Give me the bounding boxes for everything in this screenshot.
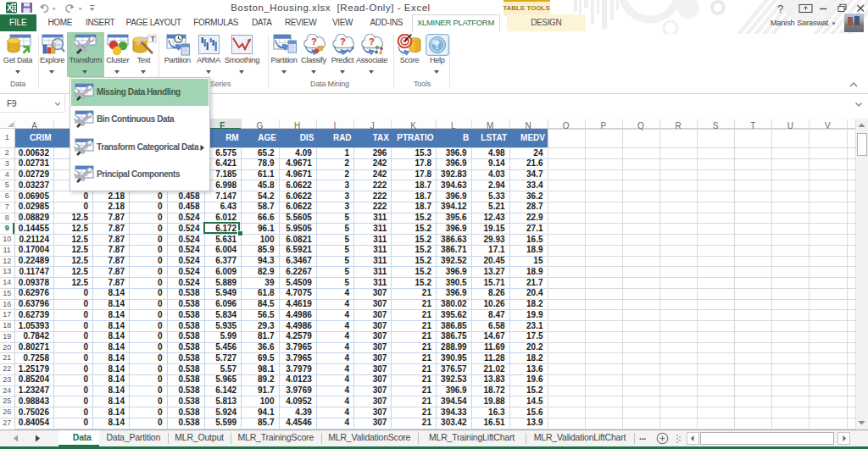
svg-text:T: T [150, 35, 155, 43]
svg-text:?: ? [311, 36, 317, 47]
svg-text:?: ? [777, 3, 783, 15]
svg-text:!: ! [436, 40, 439, 52]
svg-text:?: ? [340, 36, 346, 47]
svg-text:?: ? [369, 36, 375, 47]
svg-text:X: X [7, 3, 13, 13]
